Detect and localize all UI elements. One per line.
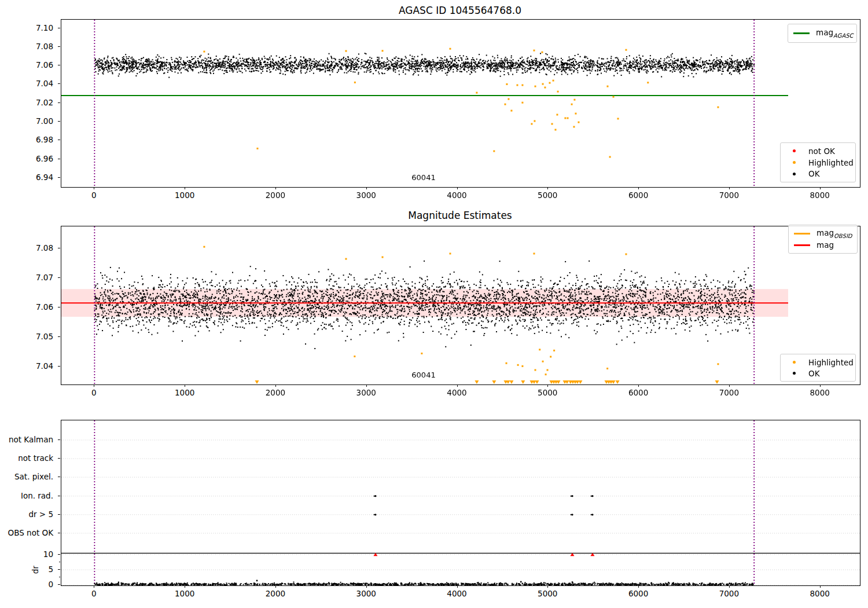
y-tick-label: 7.07 [0,273,53,282]
x-tick [366,384,367,387]
legend-label: OK [808,369,819,378]
x-tick-label: 4000 [447,388,466,397]
panel1-title: AGASC ID 1045564768.0 [61,5,859,16]
x-tick-label: 8000 [810,191,829,200]
x-tick-label: 8000 [810,388,829,397]
x-tick [94,585,94,588]
x-tick-label: 5000 [538,589,557,598]
x-tick [457,585,458,588]
obsid-annotation-panel1: 60041 [411,173,435,182]
y-tick [58,102,60,103]
y-tick-label: 7.04 [0,79,53,88]
dr-tick-label: 5 [0,565,53,574]
legend-point-types-1: not OKHighlightedOK [780,142,856,182]
legend-label: Highlighted [808,358,854,367]
x-tick-label: 7000 [719,388,739,397]
legend-row: OK [785,168,851,180]
x-tick [820,187,821,189]
x-tick [185,384,185,387]
y-tick [58,496,60,496]
y-tick-label: 7.02 [0,98,53,107]
x-tick-label: 1000 [175,388,194,397]
x-tick-label: 8000 [810,589,829,598]
flag-row-label: Ion. rad. [0,491,53,500]
scatter-canvas-panel1 [61,20,860,187]
flag-row-label: not track [0,453,53,463]
y-tick [58,28,60,28]
x-tick-label: 5000 [538,191,557,200]
legend-row: magAGASC [793,27,852,39]
figure: AGASC ID 1045564768.0 Magnitude Estimate… [0,0,868,608]
x-tick [820,384,821,387]
y-tick-label: 6.94 [0,173,53,182]
x-tick-label: 4000 [447,589,466,598]
y-tick-label: 6.98 [0,135,53,144]
y-tick [58,177,60,178]
y-tick-label: 7.08 [0,42,53,51]
y-tick [58,533,60,533]
legend-row: Highlighted [785,357,851,368]
legend-line-sample [793,32,810,34]
x-tick-label: 0 [91,589,97,598]
x-tick-label: 6000 [628,388,648,397]
y-tick-label: 7.00 [0,116,53,126]
legend-row: OK [785,368,851,379]
legend-line-sample [793,233,811,235]
x-tick-label: 0 [91,388,97,397]
y-tick [58,458,60,459]
y-tick [58,477,60,477]
y-tick [58,366,60,367]
x-tick [729,585,730,588]
x-tick [94,187,94,189]
panel2-title: Magnitude Estimates [61,210,859,221]
x-tick-label: 3000 [356,191,376,200]
panel1-plot-area [61,19,860,188]
x-tick [547,585,548,588]
obsid-annotation-panel2: 60041 [411,371,435,379]
legend-label: magOBSID [816,228,852,239]
legend-row: Highlighted [785,157,851,169]
legend-mag-lines: magOBSIDmag [788,225,858,254]
x-tick [366,187,367,189]
legend-row: not OK [785,145,851,157]
x-tick-label: 4000 [447,191,466,200]
y-tick [58,307,60,307]
panel2-plot-area [61,226,860,385]
y-tick-label: 7.10 [0,23,53,32]
legend-label: mag [816,240,834,250]
x-tick-label: 1000 [175,191,194,200]
x-tick-label: 2000 [266,191,285,200]
legend-row: magOBSID [793,228,852,239]
y-tick-label: 7.06 [0,60,53,69]
y-tick [58,336,60,337]
y-tick [58,248,60,248]
x-tick [94,384,94,387]
x-tick-label: 2000 [266,388,285,397]
legend-marker-icon [785,161,803,164]
y-tick-label: 7.08 [0,243,53,252]
y-tick [58,277,60,278]
x-tick [820,585,821,588]
y-tick-label: 6.96 [0,154,53,163]
y-tick [58,83,60,84]
scatter-canvas-panel3 [61,420,860,585]
y-tick [58,439,60,440]
legend-marker-icon [785,361,803,364]
x-tick-label: 7000 [719,191,739,200]
x-tick [638,384,639,387]
x-tick [638,585,639,588]
scatter-canvas-panel2 [61,226,860,384]
x-tick [638,187,639,189]
y-tick-label: 7.04 [0,361,53,371]
x-tick [275,585,276,588]
y-minor-tick [59,562,61,562]
dr-tick-label: 0 [0,580,53,589]
flag-row-label: Sat. pixel. [0,472,53,481]
panel3-plot-area [61,420,860,586]
legend-marker-icon [785,149,803,152]
legend-marker-icon [785,372,803,375]
x-tick-label: 1000 [175,589,194,598]
x-tick-label: 6000 [628,191,648,200]
flag-row-label: dr > 5 [0,510,53,519]
x-tick [457,187,458,189]
